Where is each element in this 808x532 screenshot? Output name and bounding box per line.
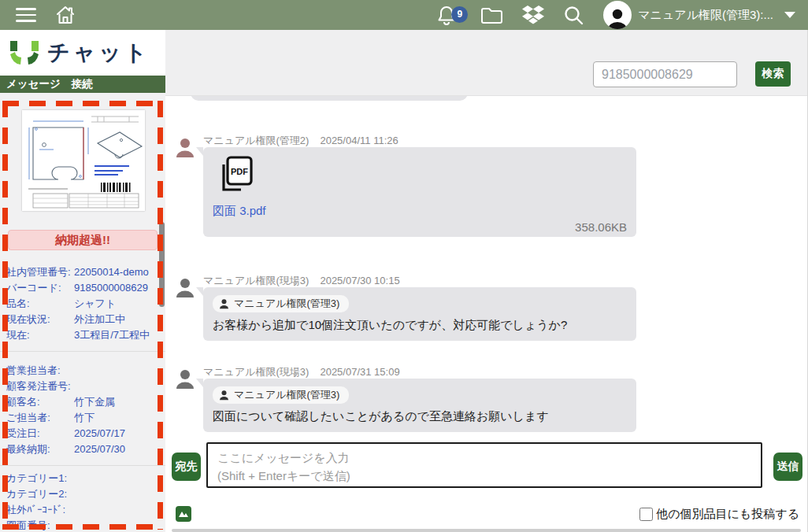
notification-count-badge: 9 [451, 6, 468, 23]
field-row: 顧客発注番号: [6, 379, 165, 394]
attach-image-icon[interactable] [176, 506, 191, 522]
field-label: 営業担当者: [6, 363, 74, 379]
logo-icon [8, 39, 41, 66]
field-row: 受注日:2025/07/17 [6, 426, 165, 441]
field-label: 現在: [6, 327, 74, 343]
file-attachment-link[interactable]: 図面 3.pdf [213, 204, 627, 219]
message-text: お客様から追加で10個注文頂いたのですが、対応可能でしょうか? [213, 318, 627, 333]
field-value [74, 363, 165, 379]
folder-icon[interactable] [480, 6, 503, 24]
field-value [74, 518, 165, 532]
field-label: 最終納期: [6, 441, 74, 457]
account-caret-down-icon[interactable] [784, 12, 795, 18]
field-value [74, 502, 165, 518]
divider [0, 351, 165, 352]
home-icon[interactable] [55, 5, 76, 25]
barcode-search-input[interactable] [593, 61, 737, 87]
field-value: 22050014-demo [74, 264, 165, 280]
search-button[interactable]: 検索 [755, 61, 791, 87]
search-icon[interactable] [563, 5, 584, 26]
field-value: 竹下金属 [74, 394, 165, 410]
chat-header: 検索 [165, 30, 807, 96]
field-label: 社内管理番号: [6, 264, 74, 280]
post-to-other-items-checkbox[interactable] [639, 508, 653, 521]
field-label: カテゴリー2: [6, 486, 74, 502]
file-size-label: 358.06KB [213, 220, 627, 234]
app-logo: チャット [0, 30, 165, 76]
sender-avatar-icon [175, 137, 195, 161]
field-row: バーコード:9185000008629 [6, 280, 165, 296]
sidebar-scrollbar-thumb[interactable] [159, 222, 165, 307]
logo-text: チャット [47, 38, 150, 68]
field-value [74, 486, 165, 502]
field-row: 社内管理番号:22050014-demo [6, 264, 165, 280]
field-label: 図面番号: [6, 518, 74, 532]
field-label: バーコード: [6, 280, 74, 296]
post-to-other-items: 他の個別品目にも投稿する [639, 507, 799, 522]
person-icon [219, 298, 229, 309]
message-author: マニュアル権限(管理2) [203, 135, 309, 146]
field-row: 最終納期:2025/07/30 [6, 441, 165, 457]
message-timestamp: 2025/04/11 11:26 [320, 135, 398, 146]
message-timestamp: 2025/07/30 10:15 [320, 275, 399, 286]
message-bubble: マニュアル権限(管理3) お客様から追加で10個注文頂いたのですが、対応可能でし… [203, 287, 636, 341]
send-button[interactable]: 送信 [773, 453, 802, 481]
notifications-bell-icon[interactable]: 9 [436, 5, 457, 26]
recipients-button[interactable]: 宛先 [172, 453, 201, 481]
field-label: カテゴリー1: [6, 471, 74, 486]
chat-main: 検索 マニュアル権限(管理2)2025/04/11 11:26 PDF 図面 3… [165, 30, 808, 532]
account-avatar[interactable] [603, 1, 632, 29]
sidebar-tabbar: メッセージ 接続 [0, 76, 165, 93]
field-value: 2025/07/30 [74, 441, 165, 457]
message-header: マニュアル権限(現場3)2025/07/31 15:09 [203, 365, 400, 379]
app-window: 9 マニュ [0, 0, 808, 532]
field-row: 社外ﾊﾞｰｺｰﾄﾞ: [6, 502, 165, 518]
field-label: 顧客名: [6, 394, 74, 410]
field-value [74, 379, 165, 394]
field-label: 品名: [6, 296, 74, 312]
field-label: 現在状況: [6, 312, 74, 327]
category-fields-group: カテゴリー1: カテゴリー2: 社外ﾊﾞｰｺｰﾄﾞ: 図面番号: 単価: 数量: [6, 471, 165, 532]
account-label[interactable]: マニュアル権限(管理3):... [638, 8, 773, 23]
field-row: 図面番号: [6, 518, 165, 532]
divider [0, 465, 165, 466]
message-header: マニュアル権限(現場3)2025/07/30 10:15 [203, 274, 400, 288]
menu-icon[interactable] [16, 8, 36, 22]
field-value: 竹下 [74, 410, 165, 426]
message-input[interactable] [206, 442, 762, 488]
pdf-file-icon[interactable]: PDF [219, 155, 255, 193]
dropbox-icon[interactable] [522, 6, 544, 25]
message-header: マニュアル権限(管理2)2025/04/11 11:26 [203, 134, 398, 148]
field-row: 営業担当者: [6, 363, 165, 379]
item-detail-panel: 納期超過!! 社内管理番号:22050014-demo バーコード:918500… [0, 93, 165, 532]
field-label: ご担当者: [6, 410, 74, 426]
mention-label: マニュアル権限(管理3) [234, 297, 339, 311]
drawing-thumbnail[interactable] [22, 110, 145, 211]
field-row: 顧客名:竹下金属 [6, 394, 165, 410]
sender-avatar-icon [175, 368, 195, 393]
field-row: カテゴリー1: [6, 471, 165, 486]
tab-connect[interactable]: 接続 [72, 77, 93, 91]
field-label: 受注日: [6, 426, 74, 441]
field-value: 2025/07/17 [74, 426, 165, 441]
selection-dashed-border-top [2, 101, 163, 106]
field-row: 品名:シャフト [6, 296, 165, 312]
field-label: 顧客発注番号: [6, 379, 74, 394]
post-to-other-items-label: 他の個別品目にも投稿する [656, 507, 799, 522]
sidebar: チャット メッセージ 接続 [0, 30, 165, 532]
mention-chip: マニュアル権限(管理3) [213, 295, 349, 312]
sender-avatar-icon [175, 277, 195, 301]
mention-label: マニュアル権限(管理3) [234, 388, 339, 402]
tab-messages[interactable]: メッセージ [6, 77, 61, 91]
svg-text:PDF: PDF [231, 167, 248, 176]
mention-chip: マニュアル権限(管理3) [213, 386, 349, 404]
field-value: 外注加工中 [74, 312, 165, 327]
horizontal-scrollbar[interactable] [172, 529, 801, 532]
message-author: マニュアル権限(現場3) [203, 275, 309, 286]
message-timestamp: 2025/07/31 15:09 [320, 366, 399, 378]
field-value [74, 471, 165, 486]
field-row: 現在状況:外注加工中 [6, 312, 165, 327]
field-value: 3工程目/7工程中 [74, 327, 165, 343]
customer-fields-group: 営業担当者: 顧客発注番号: 顧客名:竹下金属 ご担当者:竹下 受注日:2025… [6, 363, 165, 457]
person-icon [219, 390, 229, 401]
